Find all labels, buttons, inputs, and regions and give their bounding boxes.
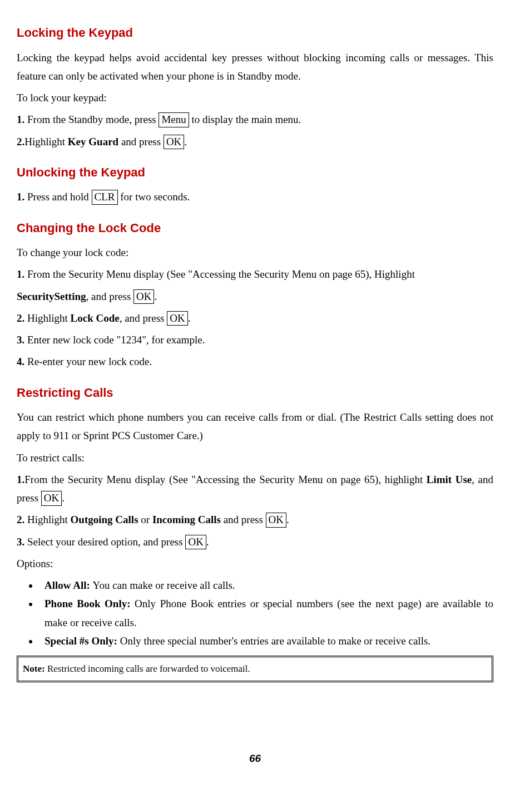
changing-step1: 1. From the Security Menu display (See "… <box>17 265 493 283</box>
step-text: Enter new lock code "1234", for example. <box>27 334 205 346</box>
step-text: Highlight <box>24 136 68 147</box>
changing-step1b: SecuritySetting, and press OK. <box>17 287 493 306</box>
special-nums-only-label: Special #s Only: <box>44 635 120 647</box>
step-num: 2. <box>17 136 24 147</box>
list-item: Allow All: You can make or receive all c… <box>39 576 493 594</box>
step-text: Highlight <box>27 514 71 525</box>
step-text: . <box>184 136 187 147</box>
step-num: 2. <box>17 312 27 324</box>
ok-key: OK <box>266 513 286 528</box>
changing-step4: 4. Re-enter your new lock code. <box>17 352 493 371</box>
restricting-torestrict: To restrict calls: <box>17 449 493 467</box>
allow-all-label: Allow All: <box>44 579 93 591</box>
option-text: You can make or receive all calls. <box>93 579 235 591</box>
step-text: . <box>188 312 191 324</box>
incoming-calls-label: Incoming Calls <box>152 514 221 525</box>
step-num: 3. <box>17 334 27 346</box>
step-num: 1. <box>17 114 27 125</box>
step-text: , and press <box>120 312 167 324</box>
step-text: From the Security Menu display (See "Acc… <box>24 474 427 485</box>
locking-intro: Locking the keypad helps avoid accidenta… <box>17 48 493 86</box>
heading-changing-lock-code: Changing the Lock Code <box>17 218 493 239</box>
security-setting-label: SecuritySetting <box>17 291 86 302</box>
unlocking-step1: 1. Press and hold CLR for two seconds. <box>17 188 493 206</box>
ok-key: OK <box>164 135 184 150</box>
step-num: 1. <box>17 474 24 485</box>
heading-restricting-calls: Restricting Calls <box>17 382 493 404</box>
step-text: From the Security Menu display (See "Acc… <box>27 268 415 280</box>
step-text: Select your desired option, and press <box>27 536 185 548</box>
restricting-step3: 3. Select your desired option, and press… <box>17 533 493 551</box>
ok-key: OK <box>133 289 154 304</box>
step-text: to display the main menu. <box>189 114 301 125</box>
options-label: Options: <box>17 554 493 573</box>
step-text: Press and hold <box>27 191 92 203</box>
page-number: 66 <box>17 749 493 767</box>
changing-intro: To change your lock code: <box>17 243 493 262</box>
step-num: 1. <box>17 191 27 203</box>
option-text: Only three special number's entries are … <box>120 635 430 647</box>
outgoing-calls-label: Outgoing Calls <box>71 514 138 525</box>
changing-step3: 3. Enter new lock code "1234", for examp… <box>17 331 493 349</box>
options-list: Allow All: You can make or receive all c… <box>17 576 493 650</box>
step-text: From the Standby mode, press <box>27 114 159 125</box>
restricting-step2: 2. Highlight Outgoing Calls or Incoming … <box>17 510 493 529</box>
ok-key: OK <box>185 535 206 550</box>
step-text: and press <box>221 514 266 525</box>
ok-key: OK <box>41 491 62 506</box>
step-text: Highlight <box>27 312 71 324</box>
list-item: Phone Book Only: Only Phone Book entries… <box>39 594 493 632</box>
step-text: . <box>286 514 289 525</box>
clr-key: CLR <box>92 190 118 205</box>
lock-code-label: Lock Code <box>71 312 120 324</box>
step-text: . <box>62 492 65 504</box>
step-text: . <box>206 536 209 548</box>
ok-key: OK <box>167 311 187 326</box>
locking-step1: 1. From the Standby mode, press Menu to … <box>17 110 493 129</box>
step-num: 4. <box>17 356 27 367</box>
step-num: 2. <box>17 514 27 525</box>
step-num: 3. <box>17 536 27 548</box>
step-text: . <box>154 291 157 302</box>
note-box: Note: Restricted incoming calls are forw… <box>17 656 493 682</box>
key-guard-label: Key Guard <box>68 136 118 147</box>
step-text: or <box>138 514 152 525</box>
locking-step2: 2.Highlight Key Guard and press OK. <box>17 132 493 151</box>
menu-key: Menu <box>159 112 189 127</box>
restricting-step1: 1.From the Security Menu display (See "A… <box>17 470 493 508</box>
restricting-intro: You can restrict which phone numbers you… <box>17 408 493 445</box>
limit-use-label: Limit Use <box>427 474 472 485</box>
note-text: Restricted incoming calls are forwarded … <box>47 663 250 674</box>
heading-unlocking-keypad: Unlocking the Keypad <box>17 162 493 184</box>
locking-tolock: To lock your keypad: <box>17 88 493 107</box>
step-text: and press <box>118 136 164 147</box>
step-text: for two seconds. <box>118 191 190 203</box>
note-label: Note: <box>23 663 47 674</box>
list-item: Special #s Only: Only three special numb… <box>39 632 493 650</box>
step-num: 1. <box>17 268 27 280</box>
phone-book-only-label: Phone Book Only: <box>44 598 135 609</box>
changing-step2: 2. Highlight Lock Code, and press OK. <box>17 309 493 327</box>
step-text: , and press <box>86 291 133 302</box>
heading-locking-keypad: Locking the Keypad <box>17 22 493 44</box>
step-text: Re-enter your new lock code. <box>27 356 152 367</box>
